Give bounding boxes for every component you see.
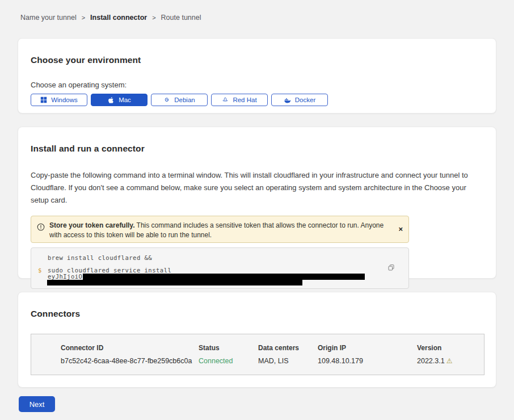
redacted-token-bar: [47, 280, 302, 285]
warning-triangle-icon: ⚠: [446, 357, 453, 365]
token-warning-text: Store your token carefully. This command…: [49, 221, 398, 240]
connector-id-value: b7c52c42-6caa-48ee-8c77-fbe259cb6c0a: [61, 357, 199, 365]
close-icon[interactable]: ×: [398, 225, 403, 233]
install-connector-card: Install and run a connector Copy-paste t…: [18, 127, 496, 279]
os-button-windows[interactable]: Windows: [31, 94, 87, 106]
shell-prompt: $: [38, 267, 48, 285]
os-button-label: Mac: [119, 96, 131, 103]
col-header-data-centers: Data centers: [258, 344, 318, 352]
breadcrumb-install-connector[interactable]: Install connector: [90, 14, 147, 22]
alert-circle-icon: [37, 223, 45, 233]
col-header-status: Status: [199, 344, 258, 352]
table-row: b7c52c42-6caa-48ee-8c77-fbe259cb6c0a Con…: [61, 357, 484, 365]
os-button-docker[interactable]: Docker: [271, 94, 328, 106]
copy-icon[interactable]: [387, 264, 395, 273]
code-line-brew: brew install cloudflared &&: [48, 254, 399, 261]
redacted-token-bar: [83, 274, 365, 280]
install-description: Copy-paste the following command into a …: [31, 169, 482, 207]
os-button-label: Windows: [51, 96, 78, 103]
code-line-command: sudo cloudflared service install: [48, 267, 399, 274]
os-button-label: Docker: [295, 96, 315, 103]
breadcrumb-separator: >: [152, 14, 155, 21]
os-button-label: Debian: [174, 96, 195, 103]
col-header-connector-id: Connector ID: [61, 344, 199, 352]
next-button[interactable]: Next: [19, 396, 55, 412]
os-button-label: Red Hat: [233, 96, 256, 103]
os-button-group: Windows Mac Debian: [31, 94, 483, 106]
col-header-origin-ip: Origin IP: [318, 344, 417, 352]
docker-icon: [284, 96, 291, 104]
connectors-table-header-row: Connector ID Status Data centers Origin …: [61, 344, 484, 352]
environment-card: Choose your environment Choose an operat…: [18, 38, 496, 114]
install-command-code-block: brew install cloudflared && $ sudo cloud…: [31, 247, 409, 289]
origin-ip-value: 109.48.10.179: [318, 357, 417, 365]
col-header-version: Version: [417, 344, 484, 352]
environment-card-title: Choose your environment: [31, 55, 483, 65]
redhat-icon: [222, 96, 229, 103]
breadcrumb-separator: >: [82, 14, 85, 21]
os-select-label: Choose an operating system:: [31, 81, 483, 89]
token-warning-banner: Store your token carefully. This command…: [31, 216, 409, 243]
connectors-card-title: Connectors: [31, 309, 483, 319]
token-warning-bold: Store your token carefully.: [49, 221, 135, 229]
version-number: 2022.3.1: [417, 357, 445, 365]
apple-icon: [107, 96, 115, 104]
os-button-mac[interactable]: Mac: [91, 94, 148, 106]
data-centers-value: MAD, LIS: [258, 357, 318, 365]
breadcrumb: Name your tunnel > Install connector > R…: [0, 0, 514, 22]
status-badge: Connected: [199, 357, 258, 365]
install-card-title: Install and run a connector: [31, 144, 483, 154]
connectors-card: Connectors Connector ID Status Data cent…: [18, 292, 496, 388]
token-prefix: eyJhIjoiO: [48, 273, 82, 280]
windows-icon: [40, 96, 47, 103]
version-value: 2022.3.1⚠: [417, 357, 484, 365]
breadcrumb-name-your-tunnel[interactable]: Name your tunnel: [20, 14, 77, 22]
os-button-redhat[interactable]: Red Hat: [211, 94, 268, 106]
breadcrumb-route-tunnel[interactable]: Route tunnel: [161, 14, 201, 22]
os-button-debian[interactable]: Debian: [151, 94, 208, 106]
debian-icon: [163, 96, 170, 103]
connectors-table: Connector ID Status Data centers Origin …: [31, 334, 484, 375]
